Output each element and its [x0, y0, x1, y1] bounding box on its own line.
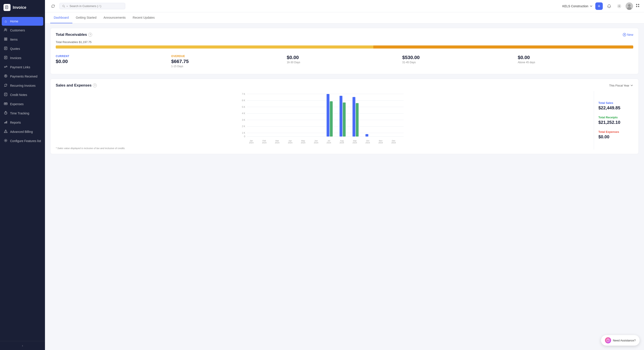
items-icon: [4, 37, 8, 42]
sales-card-header: Sales and Expenses ? This Fiscal Year: [56, 83, 633, 88]
sidebar-item-credit-notes[interactable]: Credit Notes: [0, 90, 45, 100]
sidebar-item-label: Expenses: [10, 102, 24, 106]
header-right: KELS Construction +: [562, 3, 640, 10]
chart-stats: Total Sales $22,449.85 Total Receipts $2…: [594, 91, 633, 150]
svg-point-89: [606, 339, 610, 342]
tabs: Dashboard Getting Started Announcements …: [45, 12, 644, 24]
sidebar-item-payments-received[interactable]: Payments Received: [0, 72, 45, 81]
svg-text:3 K: 3 K: [242, 119, 245, 121]
content-area: Total Receivables ? New Total Receivable…: [45, 24, 644, 159]
avatar[interactable]: [626, 3, 633, 10]
overdue-value: $667.75: [171, 59, 287, 64]
sidebar-item-label: Customers: [10, 29, 25, 32]
svg-text:2024: 2024: [366, 142, 370, 144]
svg-rect-30: [6, 122, 6, 123]
sidebar-item-quotes[interactable]: Quotes: [0, 44, 45, 53]
total-expenses-stat: Total Expenses $0.00: [598, 130, 633, 139]
settings-button[interactable]: [616, 3, 623, 10]
svg-point-38: [619, 6, 620, 7]
sidebar-item-advanced-billing[interactable]: Advanced Billing: [0, 127, 45, 136]
fiscal-label: This Fiscal Year: [609, 84, 629, 87]
svg-rect-8: [4, 39, 6, 40]
receivables-title: Total Receivables ?: [56, 33, 92, 37]
svg-text:2024: 2024: [378, 142, 383, 144]
sidebar-item-items[interactable]: Items: [0, 35, 45, 44]
sidebar-item-time-tracking[interactable]: Time Tracking: [0, 109, 45, 118]
sidebar-item-label: Payment Links: [10, 66, 30, 69]
assist-icon: [605, 337, 611, 343]
sales-expenses-card: Sales and Expenses ? This Fiscal Year 7 …: [50, 79, 639, 154]
svg-point-34: [6, 132, 6, 132]
overdue-label: OVERDUE: [171, 55, 287, 58]
sidebar-item-label: Credit Notes: [10, 93, 27, 97]
svg-rect-19: [4, 93, 7, 96]
new-button[interactable]: +: [595, 3, 603, 10]
current-label: CURRENT: [56, 55, 171, 58]
bar-jul-expenses: [330, 101, 333, 137]
svg-point-35: [5, 140, 6, 141]
sales-info-icon[interactable]: ?: [93, 84, 97, 87]
sidebar-item-payment-links[interactable]: Payment Links: [0, 63, 45, 72]
svg-rect-31: [6, 121, 7, 123]
svg-text:2024: 2024: [352, 142, 357, 144]
svg-text:2024: 2024: [301, 142, 306, 144]
time-tracking-icon: [4, 111, 8, 116]
search-box[interactable]: [60, 3, 125, 9]
notifications-button[interactable]: [606, 3, 613, 10]
svg-rect-44: [636, 6, 637, 7]
total-receivables-card: Total Receivables ? New Total Receivable…: [50, 28, 639, 74]
header: KELS Construction +: [45, 0, 644, 12]
sidebar-item-label: Time Tracking: [10, 112, 29, 115]
sidebar-item-reports[interactable]: Reports: [0, 118, 45, 127]
svg-rect-6: [4, 38, 6, 39]
svg-text:2024: 2024: [249, 142, 254, 144]
tab-recent-updates[interactable]: Recent Updates: [129, 12, 158, 23]
search-input[interactable]: [70, 5, 122, 8]
advanced-billing-icon: [4, 130, 8, 134]
svg-point-4: [4, 29, 6, 30]
sidebar-item-recurring-invoices[interactable]: Recurring Invoices: [0, 81, 45, 90]
receivables-info-icon[interactable]: ?: [88, 33, 92, 37]
sidebar: Invoice ⌂ Home Customers Items Quotes: [0, 0, 45, 350]
16-30-days: 16-30 Days: [287, 61, 402, 64]
need-assistance-button[interactable]: Need Assistance?: [601, 335, 640, 345]
sidebar-item-label: Quotes: [10, 47, 20, 51]
total-expenses-label: Total Expenses: [598, 130, 633, 134]
grid-button[interactable]: [636, 4, 640, 9]
receivables-new-button[interactable]: New: [623, 33, 633, 37]
company-selector[interactable]: KELS Construction: [562, 5, 593, 8]
app-logo: Invoice: [0, 0, 45, 15]
svg-rect-22: [4, 103, 7, 105]
overdue-days: 1-15 Days: [171, 65, 287, 68]
bar-jul-sales: [326, 94, 330, 137]
total-expenses-value: $0.00: [598, 134, 633, 139]
invoices-icon: [4, 56, 8, 60]
tab-announcements[interactable]: Announcements: [100, 12, 129, 23]
svg-text:5 K: 5 K: [242, 106, 245, 108]
fiscal-year-dropdown[interactable]: This Fiscal Year: [609, 84, 633, 87]
page-content: Total Receivables ? New Total Receivable…: [45, 24, 644, 350]
svg-text:2024: 2024: [288, 142, 292, 144]
sidebar-item-invoices[interactable]: Invoices: [0, 53, 45, 63]
sidebar-item-customers[interactable]: Customers: [0, 26, 45, 35]
svg-rect-42: [636, 4, 637, 5]
receivables-card-header: Total Receivables ? New: [56, 33, 633, 37]
sales-title: Sales and Expenses ?: [56, 83, 97, 88]
payments-received-icon: [4, 74, 8, 79]
svg-point-90: [608, 341, 608, 341]
home-icon: ⌂: [4, 19, 8, 23]
total-receipts-label: Total Receipts: [598, 116, 633, 119]
receivables-grid: CURRENT $0.00 OVERDUE $667.75 1-15 Days …: [56, 53, 633, 70]
tab-getting-started[interactable]: Getting Started: [72, 12, 100, 23]
refresh-button[interactable]: [49, 3, 57, 10]
tab-dashboard[interactable]: Dashboard: [50, 12, 72, 23]
sidebar-item-label: Advanced Billing: [10, 130, 33, 134]
svg-text:0: 0: [244, 135, 245, 138]
sidebar-item-expenses[interactable]: Expenses: [0, 100, 45, 109]
svg-text:7 K: 7 K: [242, 93, 245, 95]
company-name: KELS Construction: [562, 5, 588, 8]
sidebar-item-configure-features[interactable]: Configure Features list: [0, 136, 45, 146]
collapse-sidebar-button[interactable]: ‹: [22, 344, 23, 347]
sidebar-item-home[interactable]: ⌂ Home: [2, 17, 43, 26]
configure-icon: [4, 139, 8, 143]
